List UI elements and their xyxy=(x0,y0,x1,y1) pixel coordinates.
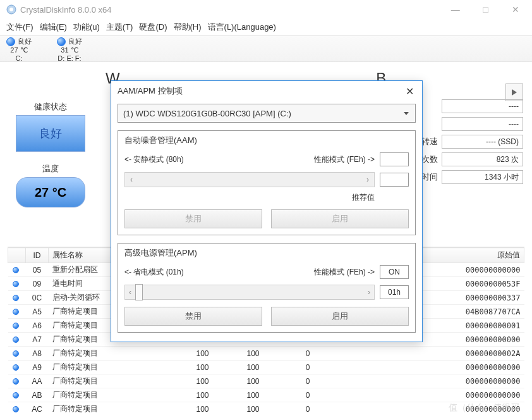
menu-bar: 文件(F) 编辑(E) 功能(u) 主题(T) 硬盘(D) 帮助(H) 语言(L… xyxy=(0,19,532,35)
close-button[interactable]: ✕ xyxy=(502,0,529,19)
row-orb-icon xyxy=(13,267,19,273)
cell-name: 厂商特定项目 xyxy=(49,361,162,374)
cell-c4: 100 xyxy=(213,374,263,388)
apm-slider[interactable]: ‹ › xyxy=(124,285,375,300)
cell-raw: 000000000000 xyxy=(314,374,524,388)
drive-status: 良好 xyxy=(18,37,32,45)
drive-temp: 27 ℃ xyxy=(6,46,32,54)
row-orb-icon xyxy=(13,281,19,287)
cell-c5: 0 xyxy=(263,347,314,361)
aam-rec-value xyxy=(380,173,409,187)
menu-file[interactable]: 文件(F) xyxy=(6,22,33,33)
cell-id: AA xyxy=(26,374,49,388)
col-id[interactable]: ID xyxy=(26,248,49,263)
menu-help[interactable]: 帮助(H) xyxy=(174,22,202,33)
status-orb-icon xyxy=(57,37,66,46)
cell-c5: 0 xyxy=(263,374,314,388)
aam-enable-button[interactable]: 启用 xyxy=(271,209,409,228)
chevron-right-icon: › xyxy=(366,175,369,184)
menu-edit[interactable]: 编辑(E) xyxy=(40,22,67,33)
cell-c5: 0 xyxy=(263,388,314,402)
cell-id: AC xyxy=(26,402,49,414)
apm-value[interactable]: 01h xyxy=(380,285,409,299)
table-row[interactable]: AC厂商特定项目1001000000000000000 xyxy=(8,402,524,414)
row-orb-icon xyxy=(13,364,19,371)
table-row[interactable]: AA厂商特定项目1001000000000000000 xyxy=(8,374,524,388)
col-orb[interactable] xyxy=(8,248,26,263)
cell-raw: 00000000002A xyxy=(314,347,524,361)
cell-id: A7 xyxy=(26,333,49,347)
temp-value: 27 °C xyxy=(16,177,85,207)
aam-section: 自动噪音管理(AAM) <- 安静模式 (80h) 性能模式 (FEh) -> … xyxy=(118,130,416,235)
cell-c5: 0 xyxy=(263,361,314,374)
chevron-left-icon: ‹ xyxy=(129,288,131,297)
stat-value: 1343 小时 xyxy=(442,170,523,184)
dialog-title: AAM/APM 控制项 xyxy=(118,85,403,97)
aam-title: 自动噪音管理(AAM) xyxy=(124,135,409,146)
stat-value: ---- xyxy=(442,117,523,131)
menu-theme[interactable]: 主题(T) xyxy=(106,22,133,33)
health-label: 健康状态 xyxy=(9,101,92,113)
left-column: 健康状态 良好 温度 27 °C xyxy=(9,101,92,207)
aam-slider[interactable]: ‹› xyxy=(124,172,375,187)
cell-id: A9 xyxy=(26,361,49,374)
row-orb-icon xyxy=(13,406,19,412)
apm-section: 高级电源管理(APM) <- 省电模式 (01h) 性能模式 (FEh) -> … xyxy=(118,243,416,333)
cell-c3: 100 xyxy=(162,374,213,388)
app-icon xyxy=(6,4,16,15)
maximize-button[interactable]: □ xyxy=(471,0,499,19)
dialog-close-button[interactable]: ✕ xyxy=(403,85,416,97)
titlebar: CrystalDiskInfo 8.0.0 x64 — □ ✕ xyxy=(0,0,532,19)
window-title: CrystalDiskInfo 8.0.0 x64 xyxy=(20,5,442,15)
aam-quiet-label: <- 安静模式 (80h) xyxy=(124,154,309,165)
health-status: 良好 xyxy=(16,115,85,152)
cell-name: 厂商特定项目 xyxy=(49,388,162,402)
chevron-left-icon: ‹ xyxy=(130,175,133,184)
temp-label: 温度 xyxy=(9,163,92,175)
drive-tab-1[interactable]: 良好 31 ℃ D: E: F: xyxy=(57,37,82,63)
row-orb-icon xyxy=(13,309,19,315)
cell-id: 0C xyxy=(26,291,49,305)
drive-temp: 31 ℃ xyxy=(57,46,82,54)
table-row[interactable]: AB厂商特定项目1001000000000000000 xyxy=(8,388,524,402)
cell-name: 厂商特定项目 xyxy=(49,347,162,361)
disk-select[interactable]: (1) WDC WDS120G1G0B-00RC30 [APM] (C:) xyxy=(118,104,416,123)
apm-disable-button[interactable]: 禁用 xyxy=(124,307,262,326)
slider-handle[interactable] xyxy=(135,284,143,300)
drive-tabs: 良好 27 ℃ C: 良好 31 ℃ D: E: F: xyxy=(0,35,532,62)
row-orb-icon xyxy=(13,295,19,301)
drive-letters: C: xyxy=(6,54,32,63)
cell-name: 厂商特定项目 xyxy=(49,374,162,388)
cell-raw: 000000000000 xyxy=(314,361,524,374)
menu-language[interactable]: 语言(L)(Language) xyxy=(208,22,276,33)
aam-value[interactable] xyxy=(380,152,409,166)
cell-c4: 100 xyxy=(213,361,263,374)
cell-c3: 100 xyxy=(162,402,213,414)
stat-value: 823 次 xyxy=(442,152,523,166)
stat-value: ---- (SSD) xyxy=(442,135,523,149)
menu-disk[interactable]: 硬盘(D) xyxy=(139,22,167,33)
cell-name: 厂商特定项目 xyxy=(49,402,162,414)
drive-tab-0[interactable]: 良好 27 ℃ C: xyxy=(6,37,32,63)
drive-letters: D: E: F: xyxy=(57,54,82,63)
cell-id: A8 xyxy=(26,347,49,361)
cell-id: 09 xyxy=(26,277,49,291)
table-row[interactable]: A8厂商特定项目100100000000000002A xyxy=(8,347,524,361)
window-controls: — □ ✕ xyxy=(442,0,529,19)
cell-id: AB xyxy=(26,388,49,402)
row-orb-icon xyxy=(13,337,19,343)
cell-c4: 100 xyxy=(213,402,263,414)
menu-function[interactable]: 功能(u) xyxy=(73,22,100,33)
aam-disable-button[interactable]: 禁用 xyxy=(124,209,262,228)
chevron-right-icon: › xyxy=(368,288,370,297)
apm-on-value: ON xyxy=(380,265,409,279)
aam-rec-label: 推荐值 xyxy=(352,192,375,203)
cell-c3: 100 xyxy=(162,361,213,374)
minimize-button[interactable]: — xyxy=(442,0,469,19)
table-row[interactable]: A9厂商特定项目1001000000000000000 xyxy=(8,361,524,374)
row-orb-icon xyxy=(13,350,19,357)
apm-enable-button[interactable]: 启用 xyxy=(271,307,409,326)
row-orb-icon xyxy=(13,378,19,385)
row-orb-icon xyxy=(13,323,19,329)
cell-c4: 100 xyxy=(213,347,263,361)
